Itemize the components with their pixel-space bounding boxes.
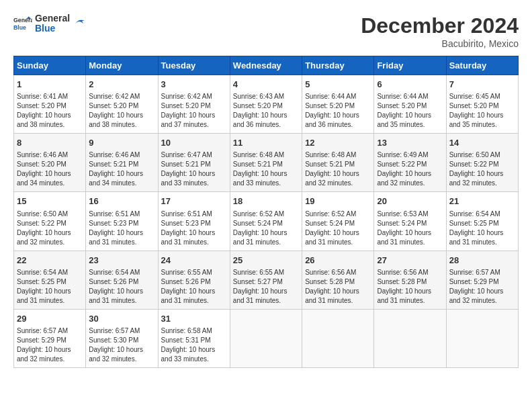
day-info-line: Daylight: 10 hours (377, 111, 443, 120)
location-subtitle: Bacubirito, Mexico (361, 38, 519, 49)
day-info-line: and 31 minutes. (89, 238, 154, 247)
day-info-line: Daylight: 10 hours (233, 228, 299, 238)
day-info-line: Sunset: 5:21 PM (305, 160, 371, 169)
day-info-line: and 31 minutes. (233, 238, 299, 247)
day-number: 22 (17, 255, 83, 267)
day-info-line: Sunrise: 6:57 AM (89, 326, 154, 336)
header-row: SundayMondayTuesdayWednesdayThursdayFrid… (14, 56, 519, 75)
day-info-line: Daylight: 10 hours (89, 111, 154, 120)
day-info-line: Sunrise: 6:51 AM (161, 210, 227, 219)
day-info-line: and 38 minutes. (17, 120, 83, 130)
day-info-line: and 35 minutes. (377, 120, 443, 130)
day-info-line: and 32 minutes. (377, 179, 443, 188)
calendar-cell: 4Sunrise: 6:43 AMSunset: 5:20 PMDaylight… (230, 75, 302, 134)
day-info-line: Sunrise: 6:48 AM (305, 150, 371, 160)
day-number: 27 (377, 255, 443, 267)
day-info-line: and 37 minutes. (161, 120, 227, 130)
week-row-5: 29Sunrise: 6:57 AMSunset: 5:29 PMDayligh… (14, 309, 519, 367)
day-info-line: Sunset: 5:24 PM (233, 219, 299, 228)
day-info-line: Sunset: 5:30 PM (89, 336, 154, 345)
day-number: 16 (89, 195, 154, 208)
day-info-line: Daylight: 10 hours (89, 228, 154, 238)
calendar-cell (302, 309, 374, 367)
day-info-line: Sunset: 5:20 PM (17, 101, 83, 111)
day-info-line: Sunset: 5:23 PM (161, 219, 227, 228)
day-number: 18 (233, 195, 299, 208)
day-info-line: Daylight: 10 hours (161, 345, 227, 355)
day-number: 29 (17, 313, 83, 325)
column-header-saturday: Saturday (446, 56, 518, 75)
day-number: 28 (449, 255, 515, 267)
day-info-line: Sunset: 5:28 PM (377, 277, 443, 287)
day-info-line: Daylight: 10 hours (449, 111, 515, 120)
calendar-cell: 26Sunrise: 6:56 AMSunset: 5:28 PMDayligh… (302, 250, 374, 309)
day-info-line: Daylight: 10 hours (89, 287, 154, 296)
day-info-line: Sunset: 5:21 PM (89, 160, 154, 169)
day-info-line: and 32 minutes. (17, 355, 83, 364)
day-info-line: Sunset: 5:22 PM (449, 160, 515, 169)
logo-icon: General Blue (13, 14, 32, 33)
day-info-line: and 31 minutes. (233, 296, 299, 306)
day-info-line: Sunset: 5:25 PM (17, 277, 83, 287)
logo-arrow-icon (73, 17, 86, 30)
calendar-cell: 19Sunrise: 6:52 AMSunset: 5:24 PMDayligh… (302, 192, 374, 250)
day-info-line: Daylight: 10 hours (449, 287, 515, 296)
day-info-line: Sunset: 5:21 PM (161, 160, 227, 169)
day-info-line: Daylight: 10 hours (305, 228, 371, 238)
day-info-line: Sunrise: 6:44 AM (305, 92, 371, 101)
calendar-cell: 21Sunrise: 6:54 AMSunset: 5:25 PMDayligh… (446, 192, 518, 250)
calendar-cell: 15Sunrise: 6:50 AMSunset: 5:22 PMDayligh… (14, 192, 86, 250)
day-number: 6 (377, 79, 443, 91)
day-number: 21 (449, 195, 515, 208)
day-number: 24 (161, 255, 227, 267)
day-info-line: Sunset: 5:28 PM (305, 277, 371, 287)
column-header-thursday: Thursday (302, 56, 374, 75)
day-info-line: Sunset: 5:20 PM (449, 101, 515, 111)
week-row-4: 22Sunrise: 6:54 AMSunset: 5:25 PMDayligh… (14, 250, 519, 309)
day-info-line: and 35 minutes. (449, 120, 515, 130)
calendar-table: SundayMondayTuesdayWednesdayThursdayFrid… (13, 56, 519, 368)
calendar-cell: 16Sunrise: 6:51 AMSunset: 5:23 PMDayligh… (86, 192, 158, 250)
day-info-line: Sunrise: 6:58 AM (161, 326, 227, 336)
day-number: 17 (161, 195, 227, 208)
day-number: 26 (305, 255, 371, 267)
day-info-line: Sunset: 5:20 PM (377, 101, 443, 111)
week-row-2: 8Sunrise: 6:46 AMSunset: 5:20 PMDaylight… (14, 134, 519, 192)
day-info-line: Sunset: 5:20 PM (17, 160, 83, 169)
day-info-line: Sunrise: 6:57 AM (17, 326, 83, 336)
day-number: 7 (449, 79, 515, 91)
day-info-line: Sunrise: 6:50 AM (17, 210, 83, 219)
day-number: 19 (305, 195, 371, 208)
logo-blue-text: Blue (35, 24, 70, 34)
calendar-cell: 28Sunrise: 6:57 AMSunset: 5:29 PMDayligh… (446, 250, 518, 309)
month-title: December 2024 (361, 13, 519, 38)
day-info-line: Sunrise: 6:44 AM (377, 92, 443, 101)
day-number: 10 (161, 137, 227, 149)
day-info-line: Sunset: 5:20 PM (161, 101, 227, 111)
calendar-cell: 17Sunrise: 6:51 AMSunset: 5:23 PMDayligh… (158, 192, 230, 250)
day-info-line: Sunrise: 6:42 AM (89, 92, 154, 101)
day-info-line: and 31 minutes. (449, 238, 515, 247)
day-number: 14 (449, 137, 515, 149)
calendar-cell: 23Sunrise: 6:54 AMSunset: 5:26 PMDayligh… (86, 250, 158, 309)
day-info-line: Sunset: 5:22 PM (17, 219, 83, 228)
day-info-line: Sunset: 5:23 PM (89, 219, 154, 228)
day-info-line: Daylight: 10 hours (449, 228, 515, 238)
day-info-line: and 31 minutes. (305, 296, 371, 306)
day-info-line: and 36 minutes. (305, 120, 371, 130)
day-info-line: and 32 minutes. (305, 179, 371, 188)
day-info-line: Sunset: 5:26 PM (89, 277, 154, 287)
day-info-line: Sunset: 5:20 PM (305, 101, 371, 111)
day-number: 31 (161, 313, 227, 325)
day-number: 15 (17, 195, 83, 208)
day-info-line: Daylight: 10 hours (377, 169, 443, 179)
day-info-line: Sunrise: 6:43 AM (233, 92, 299, 101)
day-info-line: and 31 minutes. (305, 238, 371, 247)
day-number: 20 (377, 195, 443, 208)
day-info-line: Daylight: 10 hours (377, 228, 443, 238)
calendar-cell: 27Sunrise: 6:56 AMSunset: 5:28 PMDayligh… (374, 250, 446, 309)
calendar-cell (446, 309, 518, 367)
day-info-line: Sunrise: 6:46 AM (17, 150, 83, 160)
day-info-line: Sunrise: 6:57 AM (449, 268, 515, 277)
calendar-cell: 13Sunrise: 6:49 AMSunset: 5:22 PMDayligh… (374, 134, 446, 192)
